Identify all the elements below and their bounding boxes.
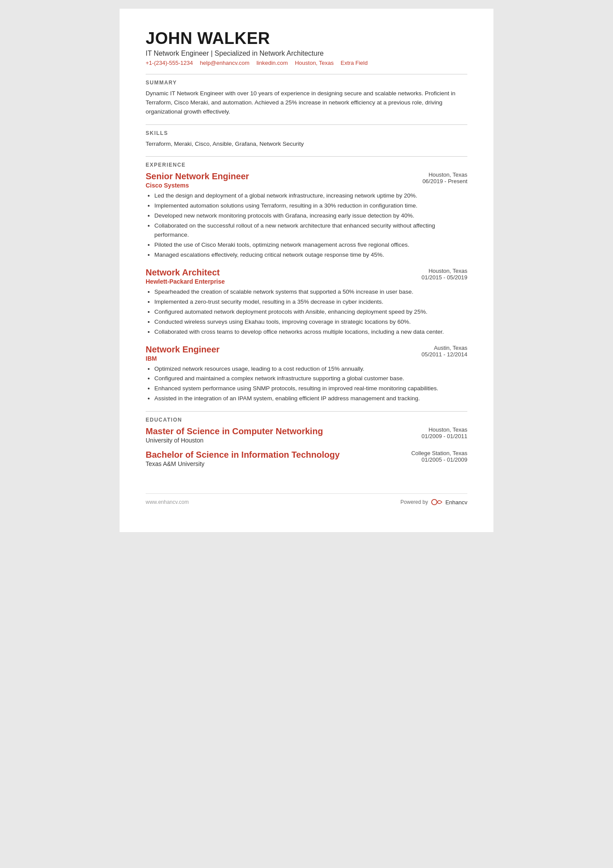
exp-bullet: Piloted the use of Cisco Meraki tools, o… (154, 241, 467, 250)
skills-label: SKILLS (146, 130, 467, 136)
exp-date: 06/2019 - Present (402, 178, 467, 184)
resume-page: JOHN WALKER IT Network Engineer | Specia… (120, 9, 493, 532)
edu-degree: Master of Science in Computer Networking (146, 426, 323, 436)
exp-bullet: Configured automated network deployment … (154, 308, 467, 317)
edu-right-col: Houston, Texas01/2009 - 01/2011 (402, 426, 467, 439)
header: JOHN WALKER IT Network Engineer | Specia… (146, 30, 467, 66)
footer: www.enhancv.com Powered by Enhancv (146, 493, 467, 506)
exp-bullet: Configured and maintained a complex netw… (154, 374, 467, 383)
exp-date: 05/2011 - 12/2014 (402, 351, 467, 358)
footer-brand-row: Powered by Enhancv (400, 498, 467, 506)
edu-location: College Station, Texas (402, 450, 467, 456)
edu-school: University of Houston (146, 437, 323, 444)
edu-left-col: Master of Science in Computer Networking… (146, 426, 323, 444)
candidate-name: JOHN WALKER (146, 30, 467, 48)
exp-bullet: Spearheaded the creation of scalable net… (154, 288, 467, 297)
education-item: Bachelor of Science in Information Techn… (146, 450, 467, 467)
exp-bullet: Developed new network monitoring protoco… (154, 211, 467, 221)
contact-email: help@enhancv.com (200, 60, 250, 66)
exp-header-row: Network ArchitectHewlett-Packard Enterpr… (146, 268, 467, 285)
exp-bullet: Implemented automation solutions using T… (154, 201, 467, 211)
summary-text: Dynamic IT Network Engineer with over 10… (146, 89, 467, 117)
exp-bullet: Collaborated on the successful rollout o… (154, 221, 467, 240)
exp-left-col: Network ArchitectHewlett-Packard Enterpr… (146, 268, 225, 285)
edu-school: Texas A&M University (146, 460, 340, 467)
exp-bullet: Enhanced system performance using SNMP p… (154, 384, 467, 393)
svg-point-0 (432, 499, 437, 505)
exp-bullets: Spearheaded the creation of scalable net… (146, 288, 467, 337)
contact-location: Houston, Texas (295, 60, 333, 66)
edu-date: 01/2005 - 01/2009 (402, 456, 467, 463)
exp-left-col: Network EngineerIBM (146, 345, 220, 362)
exp-header-row: Senior Network EngineerCisco SystemsHous… (146, 171, 467, 189)
exp-bullets: Optimized network resources usage, leadi… (146, 365, 467, 404)
footer-website: www.enhancv.com (146, 499, 189, 505)
edu-location: Houston, Texas (402, 426, 467, 433)
education-item: Master of Science in Computer Networking… (146, 426, 467, 444)
edu-right-col: College Station, Texas01/2005 - 01/2009 (402, 450, 467, 463)
divider-summary (146, 74, 467, 74)
edu-header-row: Bachelor of Science in Information Techn… (146, 450, 467, 467)
experience-item: Network ArchitectHewlett-Packard Enterpr… (146, 268, 467, 337)
contact-extra: Extra Field (341, 60, 368, 66)
candidate-title: IT Network Engineer | Specialized in Net… (146, 50, 467, 57)
divider-skills (146, 124, 467, 125)
exp-company: IBM (146, 355, 220, 362)
experience-list: Senior Network EngineerCisco SystemsHous… (146, 171, 467, 403)
exp-company: Cisco Systems (146, 182, 249, 189)
exp-title: Senior Network Engineer (146, 171, 249, 181)
edu-header-row: Master of Science in Computer Networking… (146, 426, 467, 444)
exp-location: Houston, Texas (402, 268, 467, 274)
summary-section: SUMMARY Dynamic IT Network Engineer with… (146, 80, 467, 117)
footer-powered-by: Powered by (400, 499, 428, 505)
exp-left-col: Senior Network EngineerCisco Systems (146, 171, 249, 189)
exp-bullet: Implemented a zero-trust security model,… (154, 298, 467, 307)
exp-title: Network Engineer (146, 345, 220, 355)
exp-bullet: Collaborated with cross teams to develop… (154, 328, 467, 337)
skills-text: Terraform, Meraki, Cisco, Ansible, Grafa… (146, 140, 467, 149)
brand-name: Enhancv (445, 499, 467, 506)
exp-bullets: Led the design and deployment of a globa… (146, 191, 467, 259)
exp-right-col: Houston, Texas01/2015 - 05/2019 (402, 268, 467, 281)
exp-bullet: Conducted wireless surveys using Ekahau … (154, 318, 467, 327)
exp-location: Houston, Texas (402, 171, 467, 178)
education-list: Master of Science in Computer Networking… (146, 426, 467, 467)
enhancv-logo-icon (431, 498, 443, 506)
experience-section: EXPERIENCE Senior Network EngineerCisco … (146, 162, 467, 403)
skills-section: SKILLS Terraform, Meraki, Cisco, Ansible… (146, 130, 467, 149)
exp-bullet: Managed escalations effectively, reducin… (154, 251, 467, 260)
exp-header-row: Network EngineerIBMAustin, Texas05/2011 … (146, 345, 467, 362)
exp-location: Austin, Texas (402, 345, 467, 351)
summary-label: SUMMARY (146, 80, 467, 86)
edu-left-col: Bachelor of Science in Information Techn… (146, 450, 340, 467)
exp-company: Hewlett-Packard Enterprise (146, 278, 225, 285)
exp-right-col: Austin, Texas05/2011 - 12/2014 (402, 345, 467, 358)
edu-degree: Bachelor of Science in Information Techn… (146, 450, 340, 460)
exp-bullet: Led the design and deployment of a globa… (154, 191, 467, 201)
contact-linkedin: linkedin.com (257, 60, 288, 66)
exp-title: Network Architect (146, 268, 225, 278)
exp-bullet: Optimized network resources usage, leadi… (154, 365, 467, 374)
contact-phone: +1-(234)-555-1234 (146, 60, 193, 66)
enhancv-logo: Enhancv (431, 498, 467, 506)
exp-bullet: Assisted in the integration of an IPAM s… (154, 394, 467, 403)
experience-label: EXPERIENCE (146, 162, 467, 168)
education-section: EDUCATION Master of Science in Computer … (146, 417, 467, 467)
divider-education (146, 411, 467, 412)
experience-item: Network EngineerIBMAustin, Texas05/2011 … (146, 345, 467, 404)
experience-item: Senior Network EngineerCisco SystemsHous… (146, 171, 467, 259)
divider-experience (146, 156, 467, 157)
contact-row: +1-(234)-555-1234 help@enhancv.com linke… (146, 60, 467, 66)
exp-right-col: Houston, Texas06/2019 - Present (402, 171, 467, 184)
edu-date: 01/2009 - 01/2011 (402, 433, 467, 439)
education-label: EDUCATION (146, 417, 467, 423)
exp-date: 01/2015 - 05/2019 (402, 274, 467, 281)
